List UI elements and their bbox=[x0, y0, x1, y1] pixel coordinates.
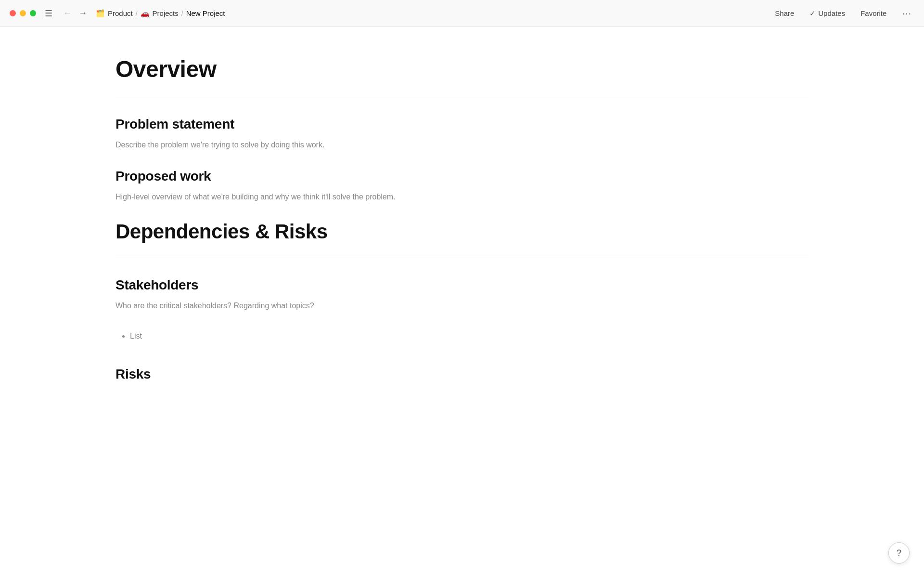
breadcrumb-new-project-label: New Project bbox=[186, 9, 225, 17]
menu-icon[interactable]: ☰ bbox=[43, 6, 54, 21]
breadcrumb-product-label: Product bbox=[108, 9, 133, 17]
window-controls bbox=[10, 10, 36, 16]
titlebar: ☰ ← → 🗂️ Product / 🚗 Projects / New Proj… bbox=[0, 0, 924, 27]
more-icon: ··· bbox=[902, 8, 911, 19]
maximize-button[interactable] bbox=[30, 10, 36, 16]
proposed-work-heading: Proposed work bbox=[116, 169, 808, 184]
favorite-button[interactable]: Favorite bbox=[858, 7, 889, 19]
stakeholders-text: Who are the critical stakeholders? Regar… bbox=[116, 300, 808, 312]
titlebar-right: Share ✓ Updates Favorite ··· bbox=[772, 6, 914, 21]
stakeholders-list: List bbox=[130, 329, 808, 343]
share-label: Share bbox=[775, 9, 794, 17]
close-button[interactable] bbox=[10, 10, 16, 16]
proposed-work-text: High-level overview of what we're buildi… bbox=[116, 191, 808, 203]
share-button[interactable]: Share bbox=[772, 7, 797, 19]
dependencies-risks-heading: Dependencies & Risks bbox=[116, 220, 808, 243]
product-emoji-icon: 🗂️ bbox=[96, 9, 105, 18]
breadcrumb-projects[interactable]: 🚗 Projects bbox=[141, 9, 179, 18]
updates-button[interactable]: ✓ Updates bbox=[807, 7, 848, 20]
problem-statement-text: Describe the problem we're trying to sol… bbox=[116, 139, 808, 151]
overview-divider bbox=[116, 97, 808, 97]
check-icon: ✓ bbox=[809, 9, 816, 18]
updates-label: Updates bbox=[818, 9, 845, 17]
main-content: Overview Problem statement Describe the … bbox=[0, 27, 924, 578]
titlebar-left: ☰ ← → 🗂️ Product / 🚗 Projects / New Proj… bbox=[10, 6, 225, 21]
breadcrumb-product[interactable]: 🗂️ Product bbox=[96, 9, 133, 18]
breadcrumb-sep-2: / bbox=[181, 10, 183, 17]
dependencies-divider bbox=[116, 258, 808, 258]
forward-arrow-icon[interactable]: → bbox=[77, 7, 89, 19]
stakeholders-list-item: List bbox=[130, 329, 808, 343]
problem-statement-heading: Problem statement bbox=[116, 117, 808, 132]
back-arrow-icon[interactable]: ← bbox=[61, 7, 74, 19]
nav-arrows: ← → bbox=[61, 7, 89, 19]
breadcrumb-projects-label: Projects bbox=[153, 9, 179, 17]
breadcrumb-sep-1: / bbox=[136, 10, 138, 17]
minimize-button[interactable] bbox=[20, 10, 26, 16]
help-button[interactable]: ? bbox=[888, 542, 910, 564]
favorite-label: Favorite bbox=[860, 9, 886, 17]
page-title: Overview bbox=[116, 56, 808, 82]
projects-emoji-icon: 🚗 bbox=[141, 9, 150, 18]
breadcrumb: 🗂️ Product / 🚗 Projects / New Project bbox=[96, 9, 225, 18]
more-options-button[interactable]: ··· bbox=[899, 6, 914, 21]
stakeholders-heading: Stakeholders bbox=[116, 277, 808, 293]
risks-heading: Risks bbox=[116, 367, 808, 382]
help-icon: ? bbox=[897, 548, 901, 558]
breadcrumb-new-project[interactable]: New Project bbox=[186, 9, 225, 17]
